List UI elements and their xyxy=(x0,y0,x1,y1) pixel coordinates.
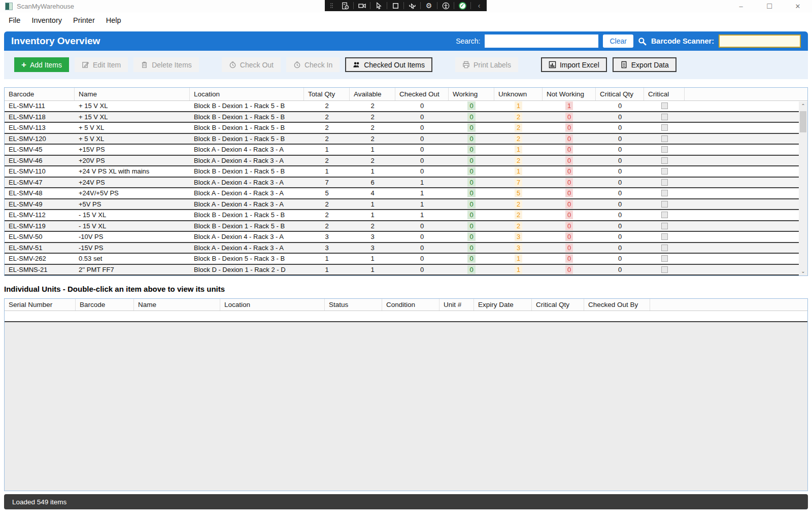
table-cell: 0 xyxy=(449,145,494,155)
critical-checkbox[interactable] xyxy=(661,190,668,196)
export-data-button[interactable]: Export Data xyxy=(613,57,676,72)
critical-checkbox[interactable] xyxy=(661,233,668,240)
column-header-barcode[interactable]: Barcode xyxy=(5,88,75,100)
table-row[interactable]: EL-SMV-46+20V PSBlock A - Dexion 4 - Rac… xyxy=(5,156,799,167)
table-row[interactable]: EL-SMV-113+ 5 V XLBlock B - Dexion 1 - R… xyxy=(5,123,799,134)
column-header-working[interactable]: Working xyxy=(449,88,494,100)
column-header-not-working[interactable]: Not Working xyxy=(543,88,596,100)
table-row[interactable]: EL-SMV-110+24 V PS XL with mainsBlock B … xyxy=(5,166,799,178)
import-excel-button[interactable]: Import Excel xyxy=(541,57,607,72)
column-header-critical-qty[interactable]: Critical Qty xyxy=(596,88,644,100)
critical-checkbox[interactable] xyxy=(661,168,668,175)
critical-checkbox[interactable] xyxy=(661,157,668,164)
camera-icon[interactable] xyxy=(357,1,366,10)
table-cell: 1 xyxy=(304,166,350,177)
table-row[interactable]: EL-SMV-2620.53 setBlock B - Dexion 5 - R… xyxy=(5,254,799,265)
gear-icon[interactable]: ⚙ xyxy=(424,1,433,10)
doc-icon xyxy=(620,61,628,68)
column-header-name[interactable]: Name xyxy=(75,88,190,100)
table-cell: + 15 V XL xyxy=(75,112,190,122)
column-header-available[interactable]: Available xyxy=(350,88,395,100)
table-cell: 0 xyxy=(543,254,596,264)
barcode-scanner-input[interactable] xyxy=(719,34,801,48)
button-label: Edit Item xyxy=(93,61,121,69)
cursor-region-icon[interactable] xyxy=(408,1,417,10)
table-row[interactable]: EL-SMV-48+24V/+5V PSBlock A - Dexion 4 -… xyxy=(5,188,799,199)
critical-checkbox[interactable] xyxy=(661,135,668,142)
table-row[interactable]: EL-SMV-49+5V PSBlock A - Dexion 4 - Rack… xyxy=(5,199,799,211)
scroll-thumb[interactable] xyxy=(800,111,806,132)
critical-checkbox[interactable] xyxy=(661,245,668,251)
table-row[interactable]: EL-SMNS-212'' PMT FF7Block D - Dexion 1 … xyxy=(5,265,799,276)
units-column-header-serial-number[interactable]: Serial Number xyxy=(5,299,76,310)
table-cell: Block D - Dexion 1 - Rack 2 - D xyxy=(190,265,304,275)
scroll-up-arrow[interactable]: ⌃ xyxy=(799,101,807,110)
window-controls: – ☐ ✕ xyxy=(727,0,812,13)
minimize-button[interactable]: – xyxy=(727,0,755,13)
table-row[interactable]: EL-SMV-118+ 15 V XLBlock B - Dexion 1 - … xyxy=(5,112,799,123)
units-column-header-location[interactable]: Location xyxy=(220,299,325,310)
menu-printer[interactable]: Printer xyxy=(67,14,100,26)
units-column-header-name[interactable]: Name xyxy=(134,299,220,310)
chevron-left-icon[interactable]: ‹ xyxy=(475,1,484,10)
table-row[interactable]: EL-SMV-120+ 5 V XLBlock B - Dexion 1 - R… xyxy=(5,134,799,145)
critical-checkbox[interactable] xyxy=(661,212,668,218)
checked-out-items-button[interactable]: Checked Out Items xyxy=(345,57,432,72)
search-input[interactable] xyxy=(485,34,598,48)
button-label: Check In xyxy=(304,61,332,69)
units-column-header-barcode[interactable]: Barcode xyxy=(76,299,134,310)
table-row[interactable]: EL-SMV-111+ 15 V XLBlock B - Dexion 1 - … xyxy=(5,101,799,112)
cursor-icon[interactable] xyxy=(374,1,383,10)
close-button[interactable]: ✕ xyxy=(784,0,812,13)
maximize-button[interactable]: ☐ xyxy=(755,0,784,13)
scroll-down-arrow[interactable]: ⌄ xyxy=(799,267,807,275)
column-header-critical[interactable]: Critical xyxy=(644,88,685,100)
table-cell: 0 xyxy=(543,265,596,275)
table-cell: 0 xyxy=(449,210,494,220)
units-column-header-expiry-date[interactable]: Expiry Date xyxy=(474,299,532,310)
table-cell: 2 xyxy=(350,134,395,144)
table-row[interactable]: EL-SMV-112- 15 V XLBlock B - Dexion 1 - … xyxy=(5,210,799,221)
table-cell: EL-SMV-47 xyxy=(5,178,75,188)
column-header-checked-out[interactable]: Checked Out xyxy=(395,88,449,100)
status-badge: 0 xyxy=(565,265,573,274)
units-column-header-condition[interactable]: Condition xyxy=(382,299,439,310)
capture-settings-icon[interactable] xyxy=(341,1,350,10)
menu-help[interactable]: Help xyxy=(100,14,127,26)
critical-checkbox[interactable] xyxy=(661,201,668,208)
critical-checkbox[interactable] xyxy=(661,102,668,109)
vertical-scrollbar[interactable]: ⌃ ⌄ xyxy=(799,101,807,275)
critical-checkbox[interactable] xyxy=(661,266,668,273)
check-icon[interactable]: ✓ xyxy=(458,1,467,10)
critical-checkbox[interactable] xyxy=(661,255,668,262)
edit-item-button: Edit Item xyxy=(75,57,128,72)
units-column-header-unit-[interactable]: Unit # xyxy=(439,299,474,310)
critical-checkbox[interactable] xyxy=(661,223,668,229)
table-cell: 1 xyxy=(395,210,449,220)
menu-inventory[interactable]: Inventory xyxy=(26,14,67,26)
status-badge: 0 xyxy=(467,123,475,132)
region-icon[interactable] xyxy=(391,1,400,10)
column-header-location[interactable]: Location xyxy=(190,88,304,100)
critical-checkbox[interactable] xyxy=(661,114,668,120)
table-row[interactable]: EL-SMV-119- 15 V XLBlock B - Dexion 1 - … xyxy=(5,221,799,232)
critical-checkbox[interactable] xyxy=(661,124,668,131)
table-cell: EL-SMV-262 xyxy=(5,254,75,264)
accessibility-icon[interactable] xyxy=(441,1,450,10)
column-header-total-qty[interactable]: Total Qty xyxy=(304,88,350,100)
units-column-header-critical-qty[interactable]: Critical Qty xyxy=(532,299,584,310)
table-row[interactable]: EL-SMV-51-15V PSBlock A - Dexion 4 - Rac… xyxy=(5,243,799,254)
units-column-header-status[interactable]: Status xyxy=(325,299,382,310)
table-row[interactable]: EL-SMV-47+24V PSBlock A - Dexion 4 - Rac… xyxy=(5,178,799,189)
column-header-unknown[interactable]: Unknown xyxy=(494,88,543,100)
table-cell: 2 xyxy=(494,112,543,122)
table-cell: 0 xyxy=(596,221,644,231)
critical-checkbox[interactable] xyxy=(661,179,668,186)
critical-checkbox[interactable] xyxy=(661,146,668,153)
menu-file[interactable]: File xyxy=(3,14,26,26)
table-row[interactable]: EL-SMV-50-10V PSBlock A - Dexion 4 - Rac… xyxy=(5,232,799,243)
units-column-header-checked-out-by[interactable]: Checked Out By xyxy=(584,299,650,310)
clear-search-button[interactable]: Clear xyxy=(603,34,633,48)
add-items-button[interactable]: +Add Items xyxy=(14,57,69,72)
table-row[interactable]: EL-SMV-45+15V PSBlock A - Dexion 4 - Rac… xyxy=(5,145,799,156)
